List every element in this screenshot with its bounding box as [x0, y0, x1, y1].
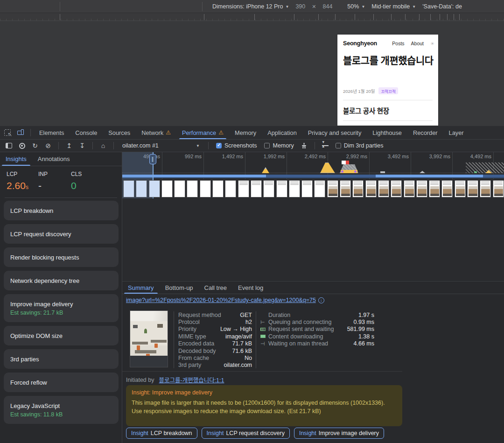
- screenshot-thumb[interactable]: [174, 180, 185, 197]
- upload-profile-icon[interactable]: ↥: [64, 141, 74, 150]
- screenshot-thumb[interactable]: [467, 180, 478, 197]
- nav-about[interactable]: About: [411, 41, 424, 46]
- tab-memory[interactable]: Memory: [229, 126, 262, 139]
- dim-3rd-parties-checkbox[interactable]: Dim 3rd parties: [336, 142, 384, 149]
- screenshot-thumb[interactable]: [123, 180, 134, 197]
- home-icon[interactable]: ⌂: [98, 141, 108, 150]
- screenshot-thumb[interactable]: [276, 180, 287, 197]
- garbage-collect-icon[interactable]: [299, 141, 309, 150]
- reload-and-record-button[interactable]: ↻: [30, 141, 40, 150]
- screenshots-checkbox[interactable]: Screenshots: [216, 142, 257, 149]
- screenshot-thumb[interactable]: [263, 180, 274, 197]
- tab-recorder[interactable]: Recorder: [407, 126, 443, 139]
- screenshot-thumb[interactable]: [416, 180, 427, 197]
- tab-call-tree[interactable]: Call tree: [199, 281, 232, 294]
- screenshot-thumb[interactable]: [391, 180, 402, 197]
- width-field[interactable]: 390: [295, 3, 305, 10]
- overview-tick: 4,492 ms: [455, 154, 491, 159]
- screenshot-thumb[interactable]: [289, 180, 300, 197]
- tab-performance[interactable]: Performance⚠: [176, 126, 229, 139]
- chip-improve-image-delivery[interactable]: InsightImprove image delivery: [294, 428, 384, 439]
- cpu-activity-baseline: [122, 173, 504, 173]
- chip-lcp-breakdown[interactable]: InsightLCP breakdown: [126, 428, 197, 439]
- screenshot-thumb[interactable]: [212, 180, 224, 197]
- screenshot-thumb[interactable]: [365, 180, 377, 197]
- screenshot-thumb[interactable]: [136, 180, 147, 197]
- metric-inp[interactable]: INP -: [38, 171, 48, 191]
- device-toolbar-icon[interactable]: [17, 129, 25, 136]
- screenshot-thumb[interactable]: [238, 180, 249, 197]
- insight-card-legacy-javascript[interactable]: Legacy JavaScriptEst savings: 11.8 kB: [4, 396, 119, 424]
- screenshot-thumb[interactable]: [301, 180, 313, 197]
- insight-card-network-dependency-tree[interactable]: Network dependency tree: [4, 271, 119, 290]
- screenshot-thumb[interactable]: [480, 180, 491, 197]
- selection-drag-handle[interactable]: ║: [149, 154, 156, 164]
- tab-bottom-up[interactable]: Bottom-up: [160, 281, 199, 294]
- insight-card-improve-image-delivery[interactable]: Improve image deliveryEst savings: 21.7 …: [4, 294, 119, 322]
- request-url-link[interactable]: image?url=%2Fposts%2F2026-01-20%2Fstudy-…: [126, 297, 316, 303]
- post-tag-badge[interactable]: 끄적끄적: [378, 87, 398, 94]
- screenshot-thumb[interactable]: [493, 180, 504, 197]
- download-profile-icon[interactable]: ↧: [77, 141, 87, 150]
- screenshot-thumb[interactable]: [429, 180, 440, 197]
- screenshot-thumb[interactable]: [404, 180, 415, 197]
- metric-cls[interactable]: CLS 0: [71, 171, 82, 191]
- summary-pane: Summary Bottom-up Call tree Event log im…: [122, 281, 504, 443]
- tab-sources[interactable]: Sources: [103, 126, 136, 139]
- device-select[interactable]: Dimensions: iPhone 12 Pro ▼: [212, 3, 289, 10]
- chevron-down-icon: ▼: [196, 144, 200, 148]
- swap-dimensions-icon[interactable]: ✕: [312, 4, 316, 10]
- initiator-link[interactable]: 블로그를-개편했습니다:1:1: [159, 375, 224, 384]
- tab-layers[interactable]: Layer: [443, 126, 469, 139]
- tab-network[interactable]: Network⚠: [136, 126, 176, 139]
- theme-toggle-icon[interactable]: ☀: [430, 41, 434, 46]
- nav-posts[interactable]: Posts: [392, 41, 404, 46]
- insight-card-3rd-parties[interactable]: 3rd parties: [4, 349, 119, 369]
- tab-elements[interactable]: Elements: [34, 126, 70, 139]
- overview-tick: 1,492 ms: [207, 154, 243, 159]
- screenshot-thumb[interactable]: [455, 180, 466, 197]
- request-timing-table: Duration1.97 s ⊢Queuing and connecting0.…: [260, 311, 374, 347]
- clear-recording-button[interactable]: ⊘: [43, 141, 53, 150]
- metric-lcp[interactable]: LCP 2.60s: [7, 171, 28, 191]
- insight-card-lcp-breakdown[interactable]: LCP breakdown: [4, 201, 119, 220]
- insight-card-lcp-request-discovery[interactable]: LCP request discovery: [4, 224, 119, 244]
- insight-card-optimize-dom-size[interactable]: Optimize DOM size: [4, 326, 119, 345]
- toggle-sidebar-button[interactable]: [4, 141, 14, 150]
- tab-annotations[interactable]: Annotations: [32, 152, 76, 166]
- screenshot-thumb[interactable]: [327, 180, 338, 197]
- screenshot-thumb[interactable]: [441, 180, 453, 197]
- site-title[interactable]: Seonghyeon: [343, 40, 377, 47]
- screenshot-thumb[interactable]: [378, 180, 389, 197]
- height-field[interactable]: 844: [323, 3, 333, 10]
- insight-card-forced-reflow[interactable]: Forced reflow: [4, 373, 119, 392]
- insight-card-render-blocking[interactable]: Render blocking requests: [4, 247, 119, 267]
- tab-privacy-security[interactable]: Privacy and security: [302, 126, 367, 139]
- tab-application[interactable]: Application: [262, 126, 302, 139]
- memory-checkbox[interactable]: Memory: [264, 142, 294, 149]
- reveal-request-icon[interactable]: ↓: [318, 297, 324, 303]
- chip-lcp-request-discovery[interactable]: InsightLCP request discovery: [202, 428, 290, 439]
- inspect-element-icon[interactable]: [4, 129, 11, 136]
- tab-insights[interactable]: Insights: [0, 152, 32, 166]
- tab-event-log[interactable]: Event log: [232, 281, 269, 294]
- screenshot-thumb[interactable]: [251, 180, 262, 197]
- screenshot-thumb[interactable]: [314, 180, 325, 197]
- screenshot-thumb[interactable]: [200, 180, 211, 197]
- collapse-tracks-icon[interactable]: [320, 141, 330, 150]
- tab-summary[interactable]: Summary: [122, 281, 160, 294]
- record-button[interactable]: [17, 141, 27, 150]
- screenshot-thumb[interactable]: [187, 180, 198, 197]
- overview-tick: 2,492 ms: [289, 154, 326, 159]
- throttle-select[interactable]: Mid-tier mobile ▼: [371, 3, 416, 10]
- screenshot-thumb[interactable]: [340, 180, 351, 197]
- recording-history-select[interactable]: oilater.com #1 ▼: [119, 141, 203, 150]
- tab-console[interactable]: Console: [70, 126, 103, 139]
- screenshot-thumb[interactable]: [352, 180, 364, 197]
- zoom-select[interactable]: 50% ▼: [347, 3, 365, 10]
- screenshot-thumb[interactable]: [149, 180, 160, 197]
- screenshot-thumb[interactable]: [161, 180, 173, 197]
- screenshot-thumb[interactable]: [225, 180, 236, 197]
- post-date: 2026년 1월 20일: [343, 88, 375, 94]
- tab-lighthouse[interactable]: Lighthouse: [367, 126, 407, 139]
